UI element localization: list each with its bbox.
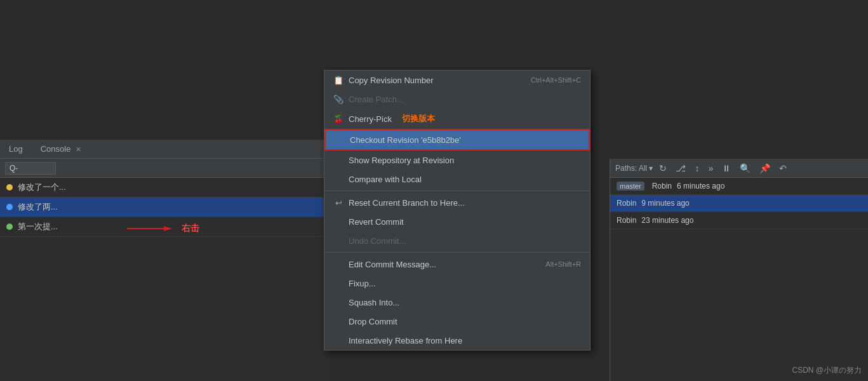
sort-btn[interactable]: ↕ (692, 162, 702, 175)
show-repo-label: Show Repository at Revision (349, 156, 454, 165)
menu-compare-local[interactable]: Compare with Local (324, 170, 590, 189)
commit-msg-1: 修改了两... (18, 201, 324, 213)
separator-1 (324, 190, 590, 191)
author-1: Robin (617, 199, 636, 208)
tab-log[interactable]: Log (0, 141, 32, 157)
menu-create-patch: 📎 Create Patch... (324, 90, 590, 109)
copy-revision-label: Copy Revision Number (349, 76, 434, 85)
menu-copy-revision[interactable]: 📋 Copy Revision Number Ctrl+Alt+Shift+C (324, 70, 590, 90)
context-menu: 📋 Copy Revision Number Ctrl+Alt+Shift+C … (324, 70, 591, 351)
menu-show-repository[interactable]: Show Repository at Revision (324, 150, 590, 170)
search-btn[interactable]: 🔍 (737, 162, 753, 175)
switch-version-label: 切换版本 (402, 113, 435, 124)
tab-console[interactable]: Console ✕ (32, 141, 90, 157)
menu-undo-commit: Undo Commit... (324, 231, 590, 250)
menu-drop-commit[interactable]: Drop Commit (324, 312, 590, 331)
undo-commit-label: Undo Commit... (349, 236, 406, 246)
time-1: 9 minutes ago (641, 199, 689, 208)
copy-revision-shortcut: Ctrl+Alt+Shift+C (531, 76, 581, 84)
fixup-label: Fixup... (349, 279, 376, 288)
squash-label: Squash Into... (349, 298, 399, 307)
compare-icon (333, 174, 344, 184)
right-commit-list: master Robin 6 minutes ago Robin 9 minut… (610, 178, 868, 229)
tab-bar: Log Console ✕ (0, 140, 330, 159)
commit-dot-2 (6, 224, 13, 230)
search-bar (0, 159, 330, 178)
search-input[interactable] (5, 162, 56, 175)
pin-btn[interactable]: 📌 (757, 162, 773, 175)
rebase-label: Interactively Rebase from Here (349, 336, 462, 345)
expand-btn[interactable]: » (705, 162, 716, 175)
menu-cherry-pick[interactable]: 🍒 Cherry-Pick 切换版本 (324, 109, 590, 129)
menu-rebase[interactable]: Interactively Rebase from Here (324, 331, 590, 350)
commit-item-0[interactable]: 修改了一个... (0, 178, 330, 197)
commit-item-1[interactable]: 修改了两... (0, 197, 330, 217)
refresh-btn[interactable]: ↻ (657, 162, 669, 175)
copy-icon: 📋 (333, 75, 344, 85)
right-panel: Paths: All ▾ ↻ ⎇ ↕ » ⏸ 🔍 📌 ↶ master Robi… (610, 159, 868, 381)
author-2: Robin (617, 216, 636, 225)
menu-edit-commit[interactable]: Edit Commit Message... Alt+Shift+R (324, 255, 590, 274)
commit-msg-0: 修改了一个... (18, 182, 324, 193)
tab-close-icon[interactable]: ✕ (76, 145, 81, 153)
right-toolbar: Paths: All ▾ ↻ ⎇ ↕ » ⏸ 🔍 📌 ↶ (610, 159, 868, 178)
edit-commit-icon (333, 259, 344, 269)
right-commit-row-1[interactable]: Robin 9 minutes ago (610, 195, 868, 212)
menu-squash[interactable]: Squash Into... (324, 293, 590, 312)
rebase-icon (333, 335, 344, 345)
pause-btn[interactable]: ⏸ (719, 162, 733, 175)
time-2: 23 minutes ago (641, 216, 693, 225)
author-0: Robin (652, 182, 672, 190)
checkout-icon (335, 135, 345, 145)
revert-icon (333, 217, 344, 227)
undo-btn[interactable]: ↶ (777, 162, 789, 175)
squash-icon (333, 297, 344, 307)
undo-commit-icon (333, 236, 344, 246)
paths-label[interactable]: Paths: All ▾ (615, 164, 653, 173)
show-repo-icon (333, 155, 344, 165)
arrow-annotation: 右击 (127, 219, 199, 238)
patch-icon: 📎 (333, 94, 344, 104)
commit-dot-1 (6, 204, 13, 210)
watermark: CSDN @小谭の努力 (792, 365, 862, 376)
checkout-label: Checkout Revision 'e5b8b2be' (350, 135, 461, 145)
git-log-area: 修改了一个... 修改了两... 第一次提... (0, 159, 330, 381)
branch-btn[interactable]: ⎇ (673, 162, 688, 175)
menu-revert-commit[interactable]: Revert Commit (324, 212, 590, 231)
right-commit-row-0[interactable]: master Robin 6 minutes ago (610, 178, 868, 195)
drop-label: Drop Commit (349, 317, 397, 326)
right-commit-row-2[interactable]: Robin 23 minutes ago (610, 212, 868, 229)
menu-fixup[interactable]: Fixup... (324, 274, 590, 293)
arrow-icon (127, 219, 178, 238)
edit-commit-shortcut: Alt+Shift+R (545, 260, 581, 268)
cherry-pick-label: Cherry-Pick (349, 114, 392, 124)
cherry-pick-icon: 🍒 (333, 114, 344, 124)
commit-dot-0 (6, 184, 13, 190)
revert-label: Revert Commit (349, 217, 404, 227)
fixup-icon (333, 278, 344, 288)
menu-reset-branch[interactable]: ↩ Reset Current Branch to Here... (324, 193, 590, 212)
menu-checkout-revision[interactable]: Checkout Revision 'e5b8b2be' (324, 129, 590, 150)
master-label: master (617, 182, 644, 190)
compare-local-label: Compare with Local (349, 175, 422, 184)
reset-label: Reset Current Branch to Here... (349, 198, 465, 208)
reset-icon: ↩ (333, 197, 344, 208)
edit-commit-label: Edit Commit Message... (349, 260, 436, 269)
time-0: 6 minutes ago (677, 182, 724, 190)
right-click-label: 右击 (182, 223, 199, 234)
create-patch-label: Create Patch... (349, 95, 404, 104)
separator-2 (324, 252, 590, 253)
drop-icon (333, 316, 344, 326)
